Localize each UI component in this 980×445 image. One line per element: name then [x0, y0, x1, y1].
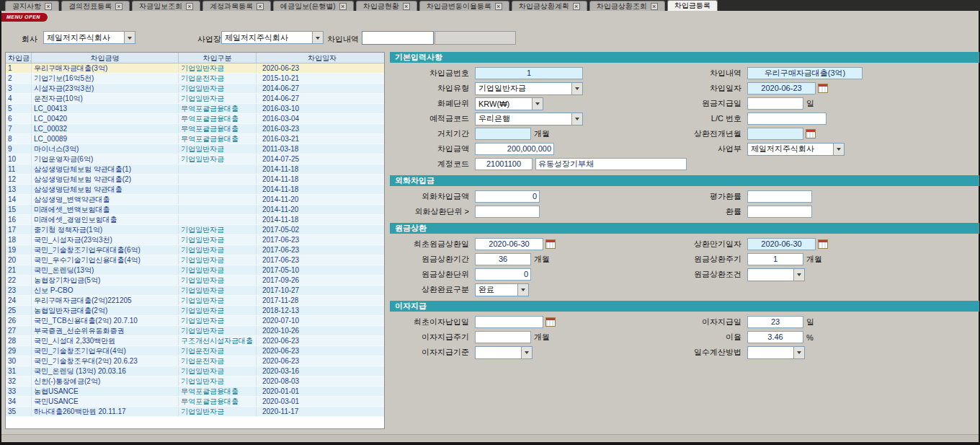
grid-row[interactable]: 35하나대출260백만원 20.11.17기업일반자금2020-11-17: [6, 407, 384, 417]
grid-row[interactable]: 12삼성생명단체보험 약관대출(2)2014-11-18: [6, 175, 384, 185]
grid-row[interactable]: 28국민_시설대 2,330백만원구조개선시설자금대출2020-06-23: [6, 336, 384, 346]
tab-차입금등록[interactable]: 차입금등록: [667, 0, 718, 11]
loan-type-select[interactable]: 기업일반자금: [475, 82, 583, 95]
tab-close-icon[interactable]: ×: [186, 3, 193, 10]
loan-number-field[interactable]: 1: [475, 67, 583, 79]
grid-row[interactable]: 8LC_00089무역포괄금융대출2016-03-21: [6, 134, 384, 144]
tab-자금일보조회[interactable]: 자금일보조회×: [132, 1, 200, 11]
fx-repay-unit-field[interactable]: [475, 206, 540, 218]
company-select[interactable]: 제일저지주식회사: [43, 31, 135, 44]
interest-basis-select[interactable]: [475, 346, 533, 359]
deposit-code-select[interactable]: 우리은행: [475, 113, 583, 125]
grid-row[interactable]: 23신보 P-CBO기업일반자금2017-10-27: [6, 286, 384, 296]
tab-close-icon[interactable]: ×: [651, 3, 658, 10]
grid-row[interactable]: 24우리구매자금대출(2억)221205기업일반자금2017-11-28: [6, 296, 384, 306]
grid-row[interactable]: 21국민_온렌딩(13억)기업일반자금2017-05-10: [6, 265, 384, 276]
grid-row[interactable]: 20국민_우수기술기업신용대출(4억)기업일반자금2017-06-23: [6, 255, 384, 265]
interest-rate-field[interactable]: 3.46: [747, 331, 803, 343]
grid-row[interactable]: 29국민_기술창조기업우대(4억)기업운전자금2020-06-23: [6, 346, 384, 356]
grid-row[interactable]: 9마이너스(3억)기업일반자금2011-03-18: [6, 144, 384, 154]
tab-close-icon[interactable]: ×: [257, 3, 264, 10]
grid-row[interactable]: 3시설자금(23억3천)기업일반자금2014-06-27: [6, 84, 384, 94]
account-name-field[interactable]: 유동성장기부채: [535, 158, 687, 170]
col-header-date[interactable]: 차입일자: [257, 53, 384, 63]
grid-row[interactable]: 16미래에셋_경영인보험대출2014-11-18: [6, 215, 384, 225]
division-select[interactable]: 제일저지주식회사: [747, 143, 845, 156]
interest-day-field[interactable]: 23: [747, 316, 803, 328]
tab-예금일보(은행별)[interactable]: 예금일보(은행별)×: [273, 1, 354, 11]
grid-row[interactable]: 14삼성생명_변액약관대출2014-11-20: [6, 195, 384, 205]
calendar-icon[interactable]: [818, 84, 828, 93]
loan-amount-field[interactable]: 200,000,000: [475, 143, 554, 155]
fx-amount-field[interactable]: 0: [475, 190, 540, 203]
grid-row[interactable]: 10기업운영자금(6억)기업일반자금2014-07-25: [6, 154, 384, 164]
first-interest-date-field[interactable]: [475, 316, 543, 328]
repay-condition-select[interactable]: [747, 268, 805, 281]
grid-row[interactable]: 4운전자금(10억)기업일반자금2014-06-27: [6, 94, 384, 104]
grid-row[interactable]: 19국민_기술창조기업우대대출(6억)기업일반자금2017-06-23: [6, 245, 384, 255]
currency-select[interactable]: KRW(₩): [475, 97, 543, 110]
repay-cycle-field[interactable]: 1: [747, 253, 803, 265]
repay-period-field[interactable]: 36: [475, 253, 531, 265]
tab-close-icon[interactable]: ×: [45, 3, 52, 10]
tab-차입금상환계획[interactable]: 차입금상환계획×: [512, 1, 587, 11]
maturity-date-field[interactable]: 2020-06-30: [747, 238, 816, 250]
pre-repay-ym-field[interactable]: [747, 128, 803, 140]
col-header-type[interactable]: 차입구분: [179, 53, 257, 63]
tab-공지사항[interactable]: 공지사항×: [5, 1, 59, 11]
tab-close-icon[interactable]: ×: [339, 3, 347, 10]
col-header-code[interactable]: 차입금코드: [6, 53, 32, 63]
lc-number-field[interactable]: [747, 113, 827, 125]
loan-date-field[interactable]: 2020-06-23: [747, 82, 816, 94]
tab-차입금상환조회[interactable]: 차입금상환조회×: [589, 1, 665, 11]
tab-차입금현황[interactable]: 차입금현황×: [356, 1, 417, 11]
grid-row[interactable]: 18국민_시설자금(23억3천)기업일반자금2017-06-23: [6, 235, 384, 245]
grid-row[interactable]: 11삼성생명단체보험 약관대출(1)2014-11-18: [6, 164, 384, 175]
grid-row[interactable]: 30국민_기술창조우대(2억) 20.6.23기업운전자금2020-06-23: [6, 356, 384, 366]
grid-row[interactable]: 2기업기보(16억5천)기업운전자금2015-10-21: [6, 74, 384, 84]
tab-계정과목등록[interactable]: 계정과목등록×: [202, 1, 271, 11]
bottom-scrollbar[interactable]: [1, 434, 979, 441]
rate-field[interactable]: [747, 206, 812, 218]
grid-row[interactable]: 1우리구매자금대출(3억)기업일반자금2020-06-23: [6, 63, 384, 74]
grid-row[interactable]: 15미래에셋_변액보험대출2014-11-20: [6, 205, 384, 215]
grid-row[interactable]: 13삼성생명단체보험 약관대출2014-11-18: [6, 185, 384, 195]
grid-row[interactable]: 33농협USANCE무역포괄금융대출2020-01-01: [6, 387, 384, 397]
eval-rate-field[interactable]: [747, 190, 812, 203]
menu-open-button[interactable]: MENU OPEN: [1, 13, 48, 22]
loan-desc-search-input[interactable]: [362, 31, 434, 45]
grid-row[interactable]: 7LC_00032무역포괄금융대출2016-03-23: [6, 124, 384, 134]
tab-차입금변동이율등록[interactable]: 차입금변동이율등록×: [419, 1, 509, 11]
first-repay-date-field[interactable]: 2020-06-30: [475, 238, 543, 250]
day-count-select[interactable]: [747, 346, 805, 359]
grid-cell-type: 기업일반자금: [179, 316, 257, 325]
calendar-icon[interactable]: [818, 239, 828, 249]
tab-close-icon[interactable]: ×: [495, 3, 502, 10]
grid-row[interactable]: 25농협일반자금대출(2억)기업일반자금2018-12-13: [6, 306, 384, 316]
grid-row[interactable]: 6LC_00420무역포괄금융대출2016-03-04: [6, 114, 384, 124]
principal-pay-day-field[interactable]: [747, 97, 803, 110]
loan-desc-field[interactable]: 우리구매자금대출(3억): [747, 67, 863, 79]
interest-cycle-field[interactable]: [475, 331, 531, 343]
grid-row[interactable]: 26국민_TCB신용대출(2억) 20.7.10기업일반자금2020-07-10: [6, 316, 384, 326]
col-header-name[interactable]: 차입금명: [32, 53, 179, 63]
repay-unit-field[interactable]: 0: [475, 268, 531, 281]
site-select[interactable]: 제일저지주식회사: [221, 31, 324, 44]
tab-close-icon[interactable]: ×: [573, 3, 580, 10]
tab-close-icon[interactable]: ×: [115, 3, 122, 10]
grid-row[interactable]: 34국민USANCE무역포괄금융대출2020-03-01: [6, 397, 384, 407]
calendar-icon[interactable]: [545, 239, 556, 249]
grid-row[interactable]: 31국민_온렌딩 (13억) 20.03.16기업일반자금2020-03-16: [6, 366, 384, 376]
grid-row[interactable]: 22농협장기차입금(5억)기업일반자금2017-09-26: [6, 276, 384, 286]
grace-period-field[interactable]: [475, 128, 531, 140]
grid-row[interactable]: 27부국증권_선순위유동화증권기업일반자금2020-10-26: [6, 326, 384, 336]
grid-row[interactable]: 17중기청 정책자금(1억)기업일반자금2017-05-02: [6, 225, 384, 235]
calendar-icon[interactable]: [545, 317, 556, 327]
calendar-icon[interactable]: [806, 129, 816, 138]
tab-close-icon[interactable]: ×: [403, 3, 410, 10]
grid-row[interactable]: 32신한(-)통장예금(2억)기업일반자금2020-08-03: [6, 376, 384, 387]
tab-결의전표등록[interactable]: 결의전표등록×: [61, 1, 130, 11]
repay-complete-select[interactable]: 완료: [475, 283, 529, 296]
grid-row[interactable]: 5LC_00413무역포괄금융대출2016-03-10: [6, 104, 384, 114]
account-code-field[interactable]: 21001100: [475, 158, 533, 170]
